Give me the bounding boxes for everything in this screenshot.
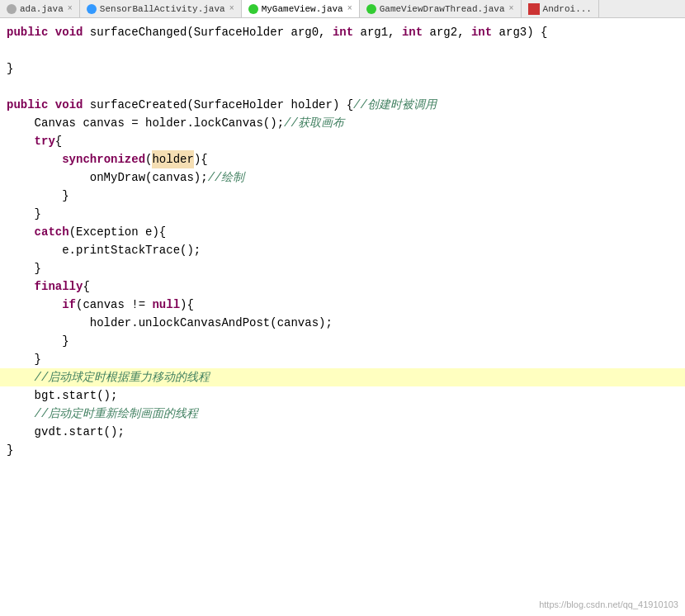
tab-close-gamedrawthread[interactable]: × (509, 4, 514, 13)
tab-label-gamedrawthread: GameViewDrawThread.java (380, 4, 505, 14)
code-line-23: gvdt.start(); (0, 423, 685, 441)
code-line-13: e.printStackTrace(); (0, 241, 685, 259)
code-line-22: //启动定时重新绘制画面的线程 (0, 405, 685, 423)
tab-icon-sensorball (87, 4, 97, 14)
code-line-16: if(canvas != null){ (0, 296, 685, 314)
code-line-17: holder.unlockCanvasAndPost(canvas); (0, 314, 685, 332)
tab-mygameview[interactable]: MyGameView.java × (242, 0, 360, 18)
tab-label-mygameview: MyGameView.java (262, 4, 343, 14)
code-line-10: } (0, 187, 685, 205)
code-line-2 (0, 41, 685, 59)
tab-label-androi: Androi... (543, 4, 592, 14)
kw-public-1: public (7, 23, 48, 41)
comment-22: //启动定时重新绘制画面的线程 (7, 405, 198, 423)
code-line-11: } (0, 205, 685, 223)
code-line-14: } (0, 259, 685, 277)
tab-label-ada: ada.java (20, 4, 64, 14)
kw-void-1: void (55, 23, 83, 41)
code-line-21: bgt.start(); (0, 386, 685, 405)
code-line-3: } (0, 59, 685, 78)
kw-int-1: int (333, 23, 353, 41)
code-line-24: } (0, 441, 685, 459)
tab-ada[interactable]: ada.java × (0, 0, 80, 18)
kw-null: null (152, 296, 180, 314)
kw-finally: finally (35, 277, 83, 296)
code-line-9: onMyDraw(canvas);//绘制 (0, 168, 685, 187)
kw-int-3: int (471, 23, 492, 41)
code-line-5: public void surfaceCreated(SurfaceHolder… (0, 96, 685, 114)
tab-label-sensorball: SensorBallActivity.java (100, 4, 225, 14)
code-line-20: //启动球定时根据重力移动的线程 (0, 368, 685, 386)
code-line-6: Canvas canvas = holder.lockCanvas();//获取… (0, 114, 685, 132)
tab-close-mygameview[interactable]: × (347, 4, 352, 13)
code-line-19: } (0, 350, 685, 368)
code-line-4 (0, 78, 685, 96)
comment-20: //启动球定时根据重力移动的线程 (7, 368, 210, 386)
kw-int-2: int (402, 23, 423, 41)
comment-6: //获取画布 (284, 114, 344, 132)
code-area: public void surfaceChanged(SurfaceHolder… (0, 18, 685, 616)
tab-close-sensorball[interactable]: × (229, 4, 234, 13)
code-line-12: catch(Exception e){ (0, 223, 685, 241)
code-line-1: public void surfaceChanged(SurfaceHolder… (0, 23, 685, 41)
tab-androi[interactable]: Androi... (522, 0, 599, 18)
tab-close-ada[interactable]: × (68, 4, 73, 13)
kw-try: try (35, 132, 55, 150)
kw-synchronized: synchronized (62, 150, 145, 168)
tab-icon-gamedrawthread (366, 4, 376, 14)
kw-if: if (62, 296, 76, 314)
tab-icon-mygameview (248, 4, 258, 14)
tab-gamedrawthread[interactable]: GameViewDrawThread.java × (360, 0, 522, 18)
watermark: https://blog.csdn.net/qq_41910103 (539, 599, 678, 609)
kw-public-5: public (7, 96, 48, 114)
comment-9: //绘制 (208, 168, 245, 187)
tab-icon-ada (7, 4, 17, 14)
tab-sensorball[interactable]: SensorBallActivity.java × (80, 0, 242, 18)
code-line-7: try{ (0, 132, 685, 150)
tab-bar: ada.java × SensorBallActivity.java × MyG… (0, 0, 685, 18)
kw-catch: catch (35, 223, 69, 241)
kw-void-5: void (55, 96, 83, 114)
tab-icon-androi (528, 3, 540, 15)
code-line-15: finally{ (0, 277, 685, 296)
comment-5: //创建时被调用 (353, 96, 437, 114)
code-line-18: } (0, 332, 685, 350)
highlight-holder: holder (152, 150, 193, 168)
code-line-8: synchronized(holder){ (0, 150, 685, 168)
